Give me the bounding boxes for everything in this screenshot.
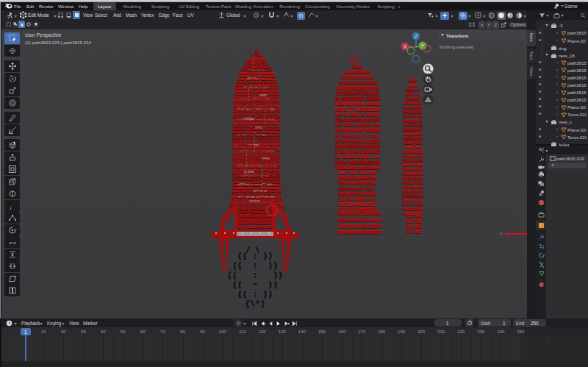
svg-text:Z: Z — [415, 34, 418, 39]
svg-text:X: X — [404, 44, 407, 49]
